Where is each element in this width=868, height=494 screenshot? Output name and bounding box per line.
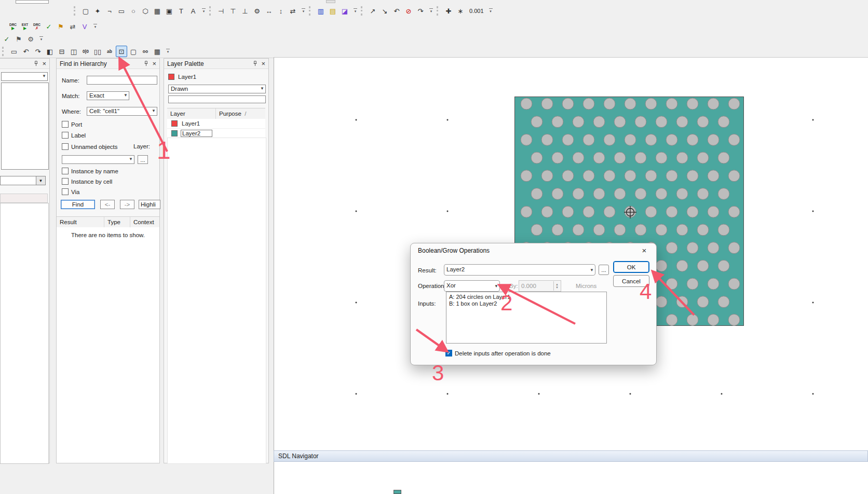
rotate-ccw-icon[interactable]: ↶: [391, 5, 402, 17]
select-tool-icon[interactable]: ▢: [80, 5, 91, 17]
extract-run-icon[interactable]: EXT▶: [19, 21, 31, 32]
where-combobox[interactable]: Cell: "cell1" ▼: [87, 107, 157, 116]
unnamed-objects-checkbox[interactable]: Unnamed objects: [62, 143, 118, 150]
slice-icon[interactable]: ◫: [68, 46, 79, 57]
rotate-cw-icon[interactable]: ↷: [415, 5, 426, 17]
lvs-icon[interactable]: V: [79, 21, 90, 32]
top-toolbar-fragment[interactable]: [16, 0, 49, 4]
cell-combobox-drop-button[interactable]: ▼: [36, 176, 46, 185]
port-checkbox[interactable]: Port: [62, 121, 82, 128]
circle-tool-icon[interactable]: ○: [128, 5, 139, 17]
close-icon[interactable]: ×: [261, 61, 265, 66]
settings-gear-icon[interactable]: ⚙: [251, 5, 263, 17]
purpose-combobox[interactable]: Drawn ▼: [168, 85, 266, 93]
delete-inputs-checkbox[interactable]: ✓ Delete inputs after operation is done: [445, 350, 551, 356]
toolbar-grip[interactable]: [209, 6, 213, 16]
validate-check-icon[interactable]: ✓: [1, 33, 12, 45]
toolbar-grip[interactable]: [74, 6, 78, 16]
layer-fill-icon[interactable]: ▥: [315, 5, 327, 17]
instance-tool-icon[interactable]: ▣: [164, 5, 175, 17]
find-panel-titlebar[interactable]: Find in Hierarchy ×: [57, 59, 159, 69]
grid-tool-icon[interactable]: ▦: [152, 5, 163, 17]
error-marker-icon[interactable]: ⚑: [55, 21, 66, 32]
merge-text-icon[interactable]: ab: [104, 46, 115, 57]
by-input[interactable]: 0.000 ▲▼: [519, 280, 561, 292]
align-origin-icon[interactable]: 0|0: [80, 46, 91, 57]
highlight-button[interactable]: Highli: [139, 200, 160, 209]
toolbar-overflow-icon[interactable]: ▾: [38, 36, 44, 42]
orthogonal-path-tool-icon[interactable]: ¬: [104, 5, 115, 17]
snap-grid-icon[interactable]: ∗: [455, 5, 466, 17]
inputs-listbox[interactable]: A: 204 circles on Layer1 B: 1 box on Lay…: [446, 292, 607, 344]
pick-flag-icon[interactable]: ⚑: [13, 33, 24, 45]
cell-combobox[interactable]: [0, 176, 36, 185]
edit-box-icon[interactable]: ▭: [8, 46, 20, 57]
rotate-left-icon[interactable]: ↶: [20, 46, 32, 57]
boolean-operations-icon[interactable]: ⊡: [116, 46, 127, 57]
layer-filter-input[interactable]: [168, 95, 266, 103]
align-top-icon[interactable]: ⊤: [227, 5, 239, 17]
all-angle-tool-icon[interactable]: ✦: [92, 5, 103, 17]
previous-result-button[interactable]: <-: [100, 200, 115, 209]
hierarchy-list-header[interactable]: [0, 194, 48, 203]
process-gears-icon[interactable]: ⚙: [25, 33, 36, 45]
toolbar-grip[interactable]: [361, 6, 365, 16]
drc-run-icon[interactable]: DRC▶: [7, 21, 19, 32]
drc-clear-icon[interactable]: DRC✗: [31, 21, 43, 32]
push-pin-icon[interactable]: [33, 61, 39, 66]
push-pin-icon[interactable]: [252, 61, 258, 66]
layer-column-header[interactable]: Layer: [167, 108, 216, 119]
purpose-column-header[interactable]: Purpose /: [216, 108, 265, 119]
results-column-context[interactable]: Context: [130, 217, 159, 227]
layer-mixed-icon[interactable]: ◪: [339, 5, 350, 17]
crosshair-icon[interactable]: ✚: [443, 5, 454, 17]
toolbar-overflow-icon[interactable]: ▾: [165, 49, 171, 54]
results-column-type[interactable]: Type: [104, 217, 130, 227]
results-column-result[interactable]: Result: [57, 217, 104, 227]
toolbar-overflow-icon[interactable]: ▾: [201, 8, 207, 13]
result-combobox[interactable]: Layer2 ▼: [444, 264, 595, 276]
instance-by-name-checkbox[interactable]: Instance by name: [62, 168, 118, 174]
align-left-icon[interactable]: ⊣: [215, 5, 227, 17]
instance-by-cell-checkbox[interactable]: Instance by cell: [62, 178, 112, 185]
sdl-navigator-bar[interactable]: SDL Navigator: [274, 450, 868, 462]
distribute-horizontal-icon[interactable]: ↔: [263, 5, 275, 17]
toolbar-grip[interactable]: [437, 6, 441, 16]
find-button[interactable]: Find: [61, 200, 95, 209]
layer-row[interactable]: Layer1: [167, 119, 265, 129]
ok-button[interactable]: OK: [613, 261, 649, 273]
distribute-vertical-icon[interactable]: ↕: [275, 5, 287, 17]
operation-combobox[interactable]: Xor ▼: [444, 280, 500, 292]
box-tool-icon[interactable]: ▭: [116, 5, 127, 17]
label-checkbox[interactable]: Label: [62, 132, 86, 139]
result-browse-button[interactable]: ...: [599, 265, 609, 275]
cancel-button[interactable]: Cancel: [613, 275, 649, 287]
verify-pass-icon[interactable]: ✓: [43, 21, 55, 32]
flip-horizontal-icon[interactable]: ◧: [44, 46, 56, 57]
toolbar-overflow-icon[interactable]: ▾: [488, 8, 494, 13]
results-list[interactable]: [57, 227, 159, 463]
flip-vertical-icon[interactable]: ⊟: [56, 46, 67, 57]
next-result-button[interactable]: ->: [120, 200, 134, 209]
explorer-combobox[interactable]: ▼: [1, 72, 48, 81]
layer-palette-icon[interactable]: ▤: [327, 5, 338, 17]
explorer-panel-titlebar[interactable]: ×: [0, 59, 49, 69]
group-icon[interactable]: ▯▯: [92, 46, 103, 57]
grid-edit-icon[interactable]: ▦: [152, 46, 163, 57]
layer-browse-button[interactable]: ...: [138, 155, 148, 164]
sdl-navigator-content[interactable]: [274, 462, 868, 494]
select-region-icon[interactable]: ▢: [128, 46, 139, 57]
no-snap-icon[interactable]: ⊘: [403, 5, 414, 17]
text-tool-icon[interactable]: T: [175, 5, 187, 17]
spinner[interactable]: ▲▼: [553, 281, 560, 291]
compare-icon[interactable]: ⇄: [67, 21, 78, 32]
layer-palette-titlebar[interactable]: Layer Palette ×: [164, 59, 268, 69]
label-tool-icon[interactable]: A: [187, 5, 199, 17]
stretch-se-icon[interactable]: ↘: [379, 5, 390, 17]
align-bottom-icon[interactable]: ⊥: [239, 5, 251, 17]
polygon-tool-icon[interactable]: ⬡: [140, 5, 151, 17]
close-icon[interactable]: ×: [152, 61, 156, 66]
match-combobox[interactable]: Exact ▼: [87, 91, 129, 100]
view-binoculars-icon[interactable]: oo: [140, 46, 151, 57]
stretch-ne-icon[interactable]: ↗: [367, 5, 378, 17]
